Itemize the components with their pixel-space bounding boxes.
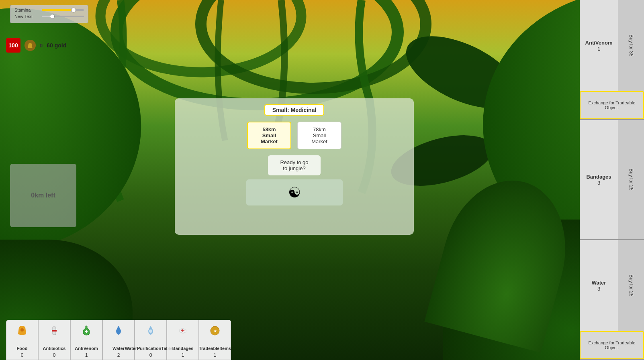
inventory-water[interactable]: Water 2 (102, 320, 135, 360)
buy-water-button[interactable]: Buy for 25 (618, 240, 644, 331)
shop-item-bandages: Bandages 3 Buy for 25 (580, 120, 644, 240)
antibiotics-icon (46, 323, 62, 339)
antivenom-label-area: AntiVenom 1 (580, 0, 618, 91)
shop-panel: AntiVenom 1 Buy for 35 Exchange for Trad… (580, 0, 644, 360)
antivenom-icon (78, 323, 94, 339)
tradeable-items-slot-count: 1 (214, 352, 217, 358)
inventory-food[interactable]: Food 0 (6, 320, 38, 360)
market-btn-78km[interactable]: 78kmSmallMarket (297, 122, 341, 149)
exchange-antivenom-button[interactable]: Exchange for Tradeable Object. (580, 91, 644, 119)
gold-label: 60 gold (47, 42, 66, 49)
items-panel: Food 0 Antibiotics 0 AntiVenom 1 Water (6, 320, 231, 360)
antivenom-slot-name: AntiVenom (75, 346, 98, 351)
buy-bandages-button[interactable]: Buy for 25 (618, 120, 644, 239)
svg-rect-9 (52, 330, 57, 332)
stamina-label: Stamina (14, 8, 39, 12)
water-purification-slot-count: 0 (149, 352, 152, 358)
tradeable-items-slot-name: TradeableItems (199, 346, 231, 351)
bandages-icon (175, 323, 191, 339)
water-slot-name: Water (112, 346, 125, 351)
dialog-title: Small: Medicinal (264, 104, 325, 116)
bandages-count: 3 (597, 180, 600, 186)
game-dialog: Small: Medicinal 58kmSmallMarket 78kmSma… (175, 98, 414, 235)
water-slot-count: 2 (117, 352, 120, 358)
dialog-question: Ready to goto jungle? (268, 155, 320, 175)
market-buttons-container: 58kmSmallMarket 78kmSmallMarket (247, 122, 341, 149)
antibiotics-slot-name: Antibiotics (43, 346, 66, 351)
antivenom-name: AntiVenom (585, 40, 613, 46)
svg-text:★: ★ (213, 329, 217, 333)
health-icon: 100 (6, 38, 20, 53)
svg-point-7 (20, 328, 24, 332)
water-icon (110, 323, 127, 339)
new-text-track[interactable] (42, 16, 84, 17)
shop-item-water: Water 3 Buy for 25 Exchange for Tradeabl… (580, 240, 644, 360)
km-panel: 0km left (10, 164, 76, 227)
bandages-name: Bandages (586, 174, 611, 180)
water-label-area: Water 3 (580, 240, 618, 331)
shop-item-antivenom-inner: AntiVenom 1 Buy for 35 (580, 0, 644, 91)
market-btn-58km[interactable]: 58kmSmallMarket (247, 122, 291, 149)
health-value: 100 (8, 42, 18, 49)
stamina-track[interactable] (42, 9, 84, 11)
antibiotics-slot-count: 0 (53, 352, 56, 358)
water-count: 3 (597, 286, 600, 292)
bandages-slot-count: 1 (182, 352, 184, 358)
inventory-tradeable-items[interactable]: ★ TradeableItems 1 (199, 320, 231, 360)
svg-point-10 (149, 329, 152, 333)
water-purification-icon (143, 323, 159, 339)
water-name: Water (592, 280, 606, 286)
tradeable-items-icon: ★ (207, 323, 223, 339)
new-text-label: New Text (14, 14, 39, 19)
shop-item-antivenom: AntiVenom 1 Buy for 35 Exchange for Trad… (580, 0, 644, 120)
food-icon (14, 323, 30, 339)
km-text: 0km left (31, 192, 55, 199)
stamina-thumb[interactable] (71, 8, 76, 12)
buy-antivenom-button[interactable]: Buy for 35 (618, 0, 644, 91)
hud: 100 0 60 gold (6, 38, 66, 53)
shop-item-bandages-inner: Bandages 3 Buy for 25 (580, 120, 644, 239)
inventory-antibiotics[interactable]: Antibiotics 0 (38, 320, 70, 360)
food-slot-name: Food (17, 346, 28, 351)
bag-count: 0 (40, 43, 43, 49)
inventory-antivenom[interactable]: AntiVenom 1 (70, 320, 102, 360)
antivenom-count: 1 (597, 46, 600, 52)
inventory-water-purification[interactable]: WaterPurificationTablets 0 (135, 320, 167, 360)
yin-yang-icon: ☯ (288, 184, 301, 201)
new-text-thumb[interactable] (50, 14, 55, 19)
bandages-label-area: Bandages 3 (580, 120, 618, 239)
antivenom-slot-count: 1 (85, 352, 88, 358)
bandages-slot-name: Bandages (172, 346, 194, 351)
stamina-fill (42, 9, 74, 11)
shop-item-water-inner: Water 3 Buy for 25 (580, 240, 644, 331)
dialog-loading[interactable]: ☯ (246, 179, 343, 205)
settings-panel: Stamina New Text (10, 5, 88, 23)
inventory-bandages[interactable]: Bandages 1 (167, 320, 199, 360)
bag-icon (25, 40, 36, 51)
exchange-water-button[interactable]: Exchange for Tradeable Object. (580, 331, 644, 359)
food-slot-count: 0 (21, 352, 24, 358)
